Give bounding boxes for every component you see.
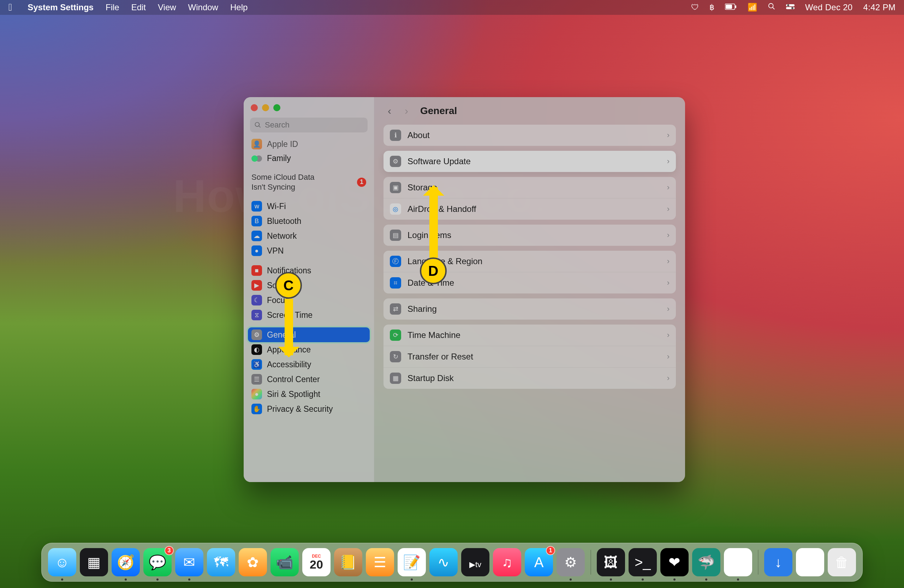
dock-app-messages[interactable]: 💬3 xyxy=(143,548,172,576)
dock-app-freeform[interactable]: ∿ xyxy=(429,548,458,576)
sidebar-item-label: Network xyxy=(267,231,297,241)
icloud-sync-warning[interactable]: Some iCloud DataIsn't Syncing 1 xyxy=(248,170,370,194)
menubar-date[interactable]: Wed Dec 20 xyxy=(805,3,853,13)
settings-row-login-items[interactable]: ▤Login Items› xyxy=(384,224,676,246)
running-indicator xyxy=(411,579,413,580)
sidebar-item-accessibility[interactable]: ♿Accessibility xyxy=(248,357,370,372)
settings-row-time-machine[interactable]: ⟳Time Machine› xyxy=(384,324,676,346)
chevron-right-icon: › xyxy=(667,257,670,266)
vpn-icon[interactable]: 🛡 xyxy=(691,3,699,12)
sidebar: Search 👤 Apple ID Family Some iCloud Dat… xyxy=(243,97,374,482)
sidebar-item-apple-id[interactable]: 👤 Apple ID xyxy=(248,137,370,152)
settings-row-about[interactable]: ℹAbout› xyxy=(384,125,676,146)
dock-app-mail[interactable]: ✉ xyxy=(175,548,204,576)
menu-help[interactable]: Help xyxy=(230,3,248,13)
sidebar-item-general[interactable]: ⚙General xyxy=(248,327,370,342)
settings-row-transfer-or-reset[interactable]: ↻Transfer or Reset› xyxy=(384,346,676,367)
sidebar-item-control-center[interactable]: ☰Control Center xyxy=(248,372,370,387)
running-indicator xyxy=(125,579,127,580)
search-input[interactable]: Search xyxy=(250,118,368,133)
settings-row-startup-disk[interactable]: ▦Startup Disk› xyxy=(384,367,676,389)
dock-app-photos[interactable]: ✿ xyxy=(239,548,267,576)
spotlight-icon[interactable] xyxy=(768,3,776,13)
sidebar-item-appearance[interactable]: ◐Appearance xyxy=(248,342,370,357)
sidebar-item-wi-fi[interactable]: ᴡWi-Fi xyxy=(248,199,370,213)
wifi-icon[interactable]: 📶 xyxy=(748,3,757,12)
dock-app-launchpad[interactable]: ▦ xyxy=(80,548,108,576)
battery-icon[interactable] xyxy=(725,3,737,12)
accessibility-icon: ♿ xyxy=(251,359,262,370)
control-center-icon: ☰ xyxy=(251,374,262,384)
dock-app-finder[interactable]: ☺ xyxy=(48,548,76,576)
dock-app-appstore[interactable]: A1 xyxy=(525,548,553,576)
settings-row-storage[interactable]: ▣Storage› xyxy=(384,177,676,198)
bluetooth-icon[interactable]: ฿ xyxy=(710,3,714,12)
dock-app-activity-monitor[interactable]: ❤ xyxy=(661,548,689,576)
settings-row-software-update[interactable]: ⚙Software Update› xyxy=(384,151,676,172)
chevron-right-icon: › xyxy=(667,131,670,140)
menu-file[interactable]: File xyxy=(106,3,119,13)
dock-app-tv[interactable]: ▶tv xyxy=(461,548,490,576)
settings-row-language-region[interactable]: ⒻLanguage & Region› xyxy=(384,251,676,272)
dock-app-downloads[interactable]: ↓ xyxy=(764,548,792,576)
row-label: Language & Region xyxy=(408,256,482,266)
dock-app-trash[interactable]: 🗑 xyxy=(828,548,856,576)
back-button[interactable]: ‹ xyxy=(384,106,395,116)
sidebar-item-label: Bluetooth xyxy=(267,217,301,226)
window-traffic-lights xyxy=(243,97,374,114)
search-icon xyxy=(254,122,261,128)
sidebar-item-privacy-security[interactable]: ✋Privacy & Security xyxy=(248,401,370,416)
sidebar-item-family[interactable]: Family xyxy=(248,152,370,165)
sidebar-item-screen-time[interactable]: ⧖Screen Time xyxy=(248,308,370,322)
sidebar-item-sound[interactable]: ▶Sound xyxy=(248,278,370,293)
login-items-icon: ▤ xyxy=(390,229,401,241)
focus-icon: ☾ xyxy=(251,295,262,305)
dock-app-stack[interactable]: 🗂 xyxy=(796,548,824,576)
dock-app-settings[interactable]: ⚙ xyxy=(556,548,585,576)
settings-row-date-time[interactable]: ⌗Date & Time› xyxy=(384,272,676,294)
settings-row-airdrop-handoff[interactable]: ◎AirDrop & Handoff› xyxy=(384,198,676,220)
menubar-app-name[interactable]: System Settings xyxy=(28,3,93,13)
dock-app-reminders[interactable]: ☰ xyxy=(366,548,394,576)
dock-app-surfshark[interactable]: 🦈 xyxy=(692,548,721,576)
system-settings-window: Search 👤 Apple ID Family Some iCloud Dat… xyxy=(243,97,685,482)
minimize-button[interactable] xyxy=(262,104,269,111)
sidebar-item-notifications[interactable]: ■Notifications xyxy=(248,263,370,278)
menubar-time[interactable]: 4:42 PM xyxy=(863,3,896,13)
menu-view[interactable]: View xyxy=(158,3,176,13)
sidebar-item-siri-spotlight[interactable]: ●Siri & Spotlight xyxy=(248,387,370,401)
dock-app-preview[interactable]: 🖼 xyxy=(597,548,625,576)
sidebar-item-vpn[interactable]: ●VPN xyxy=(248,243,370,258)
dock-app-facetime[interactable]: 📹 xyxy=(270,548,299,576)
svg-point-3 xyxy=(769,3,773,8)
close-button[interactable] xyxy=(251,104,258,111)
chevron-right-icon: › xyxy=(667,183,670,192)
settings-row-sharing[interactable]: ⇄Sharing› xyxy=(384,299,676,319)
zoom-button[interactable] xyxy=(273,104,280,111)
control-center-icon[interactable] xyxy=(786,3,795,12)
sidebar-item-label: Control Center xyxy=(267,375,320,384)
warning-badge: 1 xyxy=(357,178,366,187)
forward-button[interactable]: › xyxy=(401,106,412,116)
dock-app-notes[interactable]: 📝 xyxy=(398,548,426,576)
apple-menu-icon[interactable]:  xyxy=(8,2,12,13)
dock-app-terminal[interactable]: >_ xyxy=(629,548,657,576)
svg-line-4 xyxy=(773,8,775,9)
dock-app-safari[interactable]: 🧭 xyxy=(112,548,140,576)
running-indicator xyxy=(188,579,190,580)
dock-app-music[interactable]: ♫ xyxy=(493,548,521,576)
software-update-icon: ⚙ xyxy=(390,156,401,167)
sidebar-item-label: Sound xyxy=(267,281,291,290)
dock-app-maps[interactable]: 🗺 xyxy=(207,548,235,576)
bluetooth-icon: B xyxy=(251,216,262,226)
menu-window[interactable]: Window xyxy=(188,3,218,13)
sidebar-item-focus[interactable]: ☾Focus xyxy=(248,293,370,308)
row-label: Time Machine xyxy=(408,330,460,340)
sidebar-item-network[interactable]: ☁Network xyxy=(248,229,370,243)
sidebar-item-label: Screen Time xyxy=(267,310,313,320)
dock-app-calendar[interactable]: DEC20 xyxy=(302,548,330,576)
dock-app-chrome[interactable]: ● xyxy=(724,548,752,576)
menu-edit[interactable]: Edit xyxy=(131,3,146,13)
sidebar-item-bluetooth[interactable]: BBluetooth xyxy=(248,213,370,229)
dock-app-contacts[interactable]: 📒 xyxy=(334,548,362,576)
